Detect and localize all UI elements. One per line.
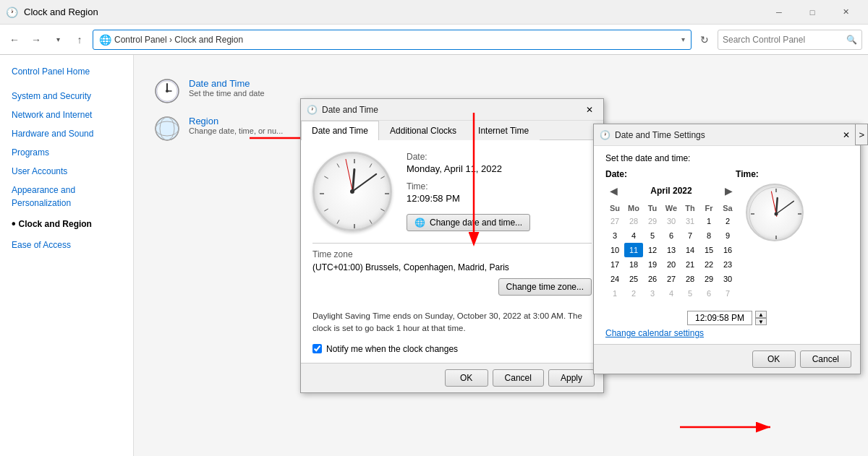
calendar-day[interactable]: 3 — [605, 228, 624, 243]
svg-line-19 — [380, 209, 384, 211]
calendar-day[interactable]: 30 — [662, 214, 681, 228]
calendar-day[interactable]: 5 — [643, 228, 662, 243]
calendar-day[interactable]: 15 — [699, 243, 718, 257]
settings-subtitle: Set the date and time: — [605, 153, 848, 163]
calendar-day[interactable]: 2 — [718, 214, 737, 228]
calendar-day[interactable]: 5 — [681, 286, 699, 301]
search-input[interactable] — [723, 35, 846, 45]
title-bar: 🕐 Clock and Region ─ □ ✕ — [0, 0, 868, 25]
calendar-day[interactable]: 1 — [605, 286, 624, 301]
change-date-time-button[interactable]: 🌐 Change date and time... — [407, 214, 530, 231]
sidebar-item-network-internet[interactable]: Network and Internet — [0, 106, 133, 124]
calendar-day[interactable]: 11 — [624, 243, 643, 257]
sidebar-item-label: Control Panel Home — [12, 66, 90, 77]
calendar-day[interactable]: 10 — [605, 243, 624, 257]
calendar-day[interactable]: 4 — [624, 228, 643, 243]
calendar-day[interactable]: 6 — [662, 228, 681, 243]
calendar-day[interactable]: 7 — [718, 286, 737, 301]
svg-line-22 — [337, 220, 339, 223]
calendar-day[interactable]: 14 — [681, 243, 699, 257]
tab-additional-clocks[interactable]: Additional Clocks — [379, 121, 467, 140]
calendar-day[interactable]: 18 — [624, 257, 643, 272]
ok-button[interactable]: OK — [445, 369, 488, 387]
calendar-day[interactable]: 20 — [662, 257, 681, 272]
calendar-day[interactable]: 22 — [699, 257, 718, 272]
calendar-day[interactable]: 17 — [605, 257, 624, 272]
settings-close-button[interactable]: ✕ — [838, 127, 854, 143]
svg-point-4 — [166, 90, 169, 93]
settings-cancel-button[interactable]: Cancel — [800, 350, 851, 368]
calendar-day[interactable]: 8 — [699, 228, 718, 243]
sidebar-item-clock-region[interactable]: Clock and Region — [0, 212, 133, 236]
refresh-button[interactable]: ↻ — [696, 31, 713, 48]
calendar-day[interactable]: 13 — [662, 243, 681, 257]
calendar-day[interactable]: 27 — [605, 214, 624, 228]
calendar-day[interactable]: 3 — [643, 286, 662, 301]
maximize-button[interactable]: □ — [796, 0, 829, 25]
calendar-day[interactable]: 12 — [643, 243, 662, 257]
small-clock-face — [746, 184, 804, 241]
address-dropdown-icon[interactable]: ▾ — [681, 35, 685, 43]
calendar-day[interactable]: 23 — [718, 257, 737, 272]
change-calendar-settings-link[interactable]: Change calendar settings — [594, 325, 860, 344]
clock-face — [312, 152, 392, 231]
minimize-button[interactable]: ─ — [762, 0, 796, 25]
back-button[interactable]: ← — [6, 31, 23, 48]
calendar-day[interactable]: 25 — [624, 272, 643, 286]
sidebar-item-programs[interactable]: Programs — [0, 143, 133, 162]
calendar-day[interactable]: 29 — [643, 214, 662, 228]
forward-button[interactable]: → — [27, 31, 45, 48]
address-globe-icon: 🌐 — [99, 34, 111, 46]
close-button[interactable]: ✕ — [829, 0, 862, 25]
up-button[interactable]: ↑ — [71, 31, 88, 48]
address-text: Control Panel › Clock and Region — [114, 35, 678, 45]
calendar-day[interactable]: 28 — [624, 214, 643, 228]
tab-date-time[interactable]: Date and Time — [301, 121, 379, 140]
calendar-prev-button[interactable]: ◀ — [605, 184, 622, 198]
dialog-footer: OK Cancel Apply — [301, 363, 603, 392]
calendar-next-button[interactable]: ▶ — [720, 184, 737, 198]
sidebar-item-label: Hardware and Sound — [12, 129, 93, 139]
calendar-day[interactable]: 24 — [605, 272, 624, 286]
sidebar-item-ease-access[interactable]: Ease of Access — [0, 236, 133, 254]
timezone-section: Time zone (UTC+01:00) Brussels, Copenhag… — [301, 243, 603, 304]
address-input-container: 🌐 Control Panel › Clock and Region ▾ — [93, 30, 692, 50]
sidebar-item-label: System and Security — [12, 91, 91, 101]
calendar-day[interactable]: 28 — [681, 272, 699, 286]
change-timezone-button[interactable]: Change time zone... — [498, 278, 592, 296]
time-spin-down[interactable]: ▼ — [755, 318, 767, 325]
svg-line-16 — [370, 163, 372, 167]
cancel-button[interactable]: Cancel — [493, 369, 544, 387]
calendar-day[interactable]: 29 — [699, 272, 718, 286]
sidebar-item-hardware-sound[interactable]: Hardware and Sound — [0, 124, 133, 143]
apply-button[interactable]: Apply — [548, 369, 595, 387]
sidebar-item-system-security[interactable]: System and Security — [0, 87, 133, 106]
sidebar-item-control-panel-home[interactable]: Control Panel Home — [0, 62, 133, 81]
notify-checkbox[interactable] — [312, 344, 322, 353]
time-spin-up[interactable]: ▲ — [755, 311, 767, 318]
sidebar-item-user-accounts[interactable]: User Accounts — [0, 162, 133, 181]
calendar-day[interactable]: 16 — [718, 243, 737, 257]
settings-ok-button[interactable]: OK — [752, 350, 796, 368]
calendar-day[interactable]: 31 — [681, 214, 699, 228]
sidebar-item-appearance[interactable]: Appearance and Personalization — [0, 181, 133, 212]
calendar-day[interactable]: 4 — [662, 286, 681, 301]
time-value: 12:09:58 PM — [407, 193, 592, 204]
calendar-day[interactable]: 27 — [662, 272, 681, 286]
calendar-day[interactable]: 19 — [643, 257, 662, 272]
settings-expand-handle[interactable]: > — [855, 124, 868, 145]
recent-button[interactable]: ▾ — [49, 31, 67, 48]
calendar-day[interactable]: 6 — [699, 286, 718, 301]
calendar-day[interactable]: 1 — [699, 214, 718, 228]
settings-dialog: 🕐 Date and Time Settings ✕ Set the date … — [593, 124, 861, 374]
calendar-day[interactable]: 9 — [718, 228, 737, 243]
calendar-day[interactable]: 30 — [718, 272, 737, 286]
calendar-day[interactable]: 26 — [643, 272, 662, 286]
calendar-day[interactable]: 7 — [681, 228, 699, 243]
time-input-field[interactable] — [687, 311, 752, 325]
calendar-day[interactable]: 21 — [681, 257, 699, 272]
calendar-day[interactable]: 2 — [624, 286, 643, 301]
svg-line-25 — [324, 176, 328, 178]
tab-internet-time[interactable]: Internet Time — [467, 121, 540, 140]
dialog-close-button[interactable]: ✕ — [582, 102, 597, 118]
